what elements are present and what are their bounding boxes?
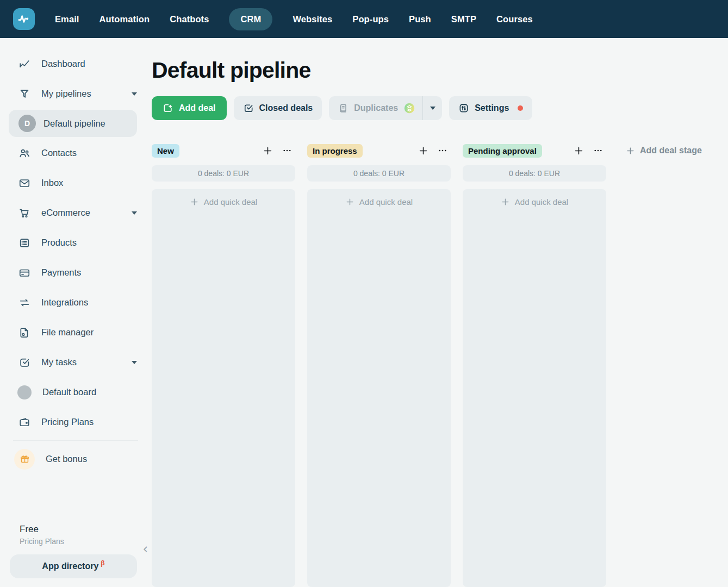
sidebar-item-label: Pricing Plans	[41, 417, 94, 427]
plus-icon	[190, 197, 199, 207]
chevron-down-icon[interactable]	[132, 211, 137, 215]
nav-item-courses[interactable]: Courses	[496, 8, 533, 30]
add-deal-to-stage-button[interactable]	[417, 145, 430, 157]
sidebar-item-pricing-plans[interactable]: Pricing Plans	[0, 407, 151, 437]
stage-stats: 0 deals: 0 EUR	[307, 165, 451, 182]
stage-header: Pending approval	[463, 143, 606, 158]
add-deal-to-stage-button[interactable]	[573, 145, 585, 157]
pipeline-board: New 0 deals: 0 EUR Add quick deal	[152, 143, 715, 587]
add-quick-deal-label: Add quick deal	[515, 197, 568, 207]
nav-item-popups[interactable]: Pop-ups	[352, 8, 389, 30]
pulse-icon	[17, 12, 31, 26]
sidebar-item-label: Inbox	[41, 178, 63, 188]
nav-item-automation[interactable]: Automation	[99, 8, 150, 30]
stage-column-new: New 0 deals: 0 EUR Add quick deal	[152, 143, 295, 587]
add-deal-label: Add deal	[179, 103, 216, 113]
add-quick-deal-button[interactable]: Add quick deal	[307, 189, 451, 214]
nav-item-crm[interactable]: CRM	[229, 8, 272, 30]
add-deal-button[interactable]: Add deal	[152, 96, 227, 120]
nav-item-email[interactable]: Email	[55, 8, 79, 30]
stage-stats: 0 deals: 0 EUR	[463, 165, 606, 182]
sidebar-item-payments[interactable]: Payments	[0, 258, 151, 288]
nav-item-websites[interactable]: Websites	[293, 8, 332, 30]
wallet-icon	[18, 416, 30, 428]
toolbar: Add deal Closed deals Duplicates	[152, 96, 715, 120]
sidebar-item-my-tasks[interactable]: My tasks	[0, 347, 151, 377]
duplicates-dropdown-toggle[interactable]	[422, 96, 442, 120]
chevron-down-icon[interactable]	[132, 92, 137, 96]
sidebar-item-label: Products	[41, 238, 77, 248]
stage-header: In progress	[307, 143, 451, 158]
add-deal-stage-button[interactable]: Add deal stage	[623, 143, 705, 158]
add-quick-deal-label: Add quick deal	[204, 197, 257, 207]
sidebar-item-integrations[interactable]: Integrations	[0, 288, 151, 317]
settings-sliders-icon	[458, 103, 469, 114]
shopping-cart-icon	[18, 207, 30, 219]
sidebar-item-contacts[interactable]: Contacts	[0, 138, 151, 168]
sidebar-item-label: My pipelines	[41, 89, 91, 99]
dashboard-chart-icon	[18, 58, 30, 70]
sidebar-item-my-pipelines[interactable]: My pipelines	[0, 79, 151, 109]
sidebar-item-ecommerce[interactable]: eCommerce	[0, 198, 151, 228]
settings-button[interactable]: Settings	[449, 96, 532, 120]
stage-name-badge: New	[152, 144, 179, 158]
add-quick-deal-button[interactable]: Add quick deal	[152, 189, 295, 214]
sidebar-item-label: Default board	[42, 387, 96, 397]
nav-item-smtp[interactable]: SMTP	[451, 8, 476, 30]
duplicates-copy-icon	[338, 103, 349, 114]
closed-deals-button[interactable]: Closed deals	[234, 96, 322, 120]
nav-item-push[interactable]: Push	[409, 8, 431, 30]
sidebar-collapse-chevron-icon[interactable]: ‹	[142, 542, 148, 555]
stage-menu-button[interactable]	[281, 145, 293, 157]
sidebar-item-label: eCommerce	[41, 208, 90, 218]
sidebar-item-dashboard[interactable]: Dashboard	[0, 49, 151, 79]
sidebar-item-get-bonus[interactable]: Get bonus	[0, 444, 151, 474]
pricing-plans-link[interactable]: Pricing Plans	[10, 537, 137, 546]
notification-dot	[518, 105, 523, 111]
add-deal-icon	[163, 103, 173, 114]
sidebar-item-label: My tasks	[41, 357, 77, 367]
settings-label: Settings	[475, 103, 509, 113]
sidebar-item-label: Integrations	[41, 297, 88, 308]
sidebar-item-file-manager[interactable]: File manager	[0, 317, 151, 347]
plus-icon	[345, 197, 354, 207]
nav-item-chatbots[interactable]: Chatbots	[170, 8, 209, 30]
envelope-icon	[18, 177, 30, 189]
add-quick-deal-button[interactable]: Add quick deal	[463, 189, 606, 214]
duplicates-button-group: Duplicates	[329, 96, 442, 120]
beta-badge: β	[101, 559, 104, 567]
app-directory-button[interactable]: App directory β	[10, 554, 137, 578]
duplicates-button[interactable]: Duplicates	[329, 96, 422, 120]
sidebar-item-label: File manager	[41, 327, 94, 338]
sidebar-item-default-pipeline[interactable]: D Default pipeline	[9, 110, 137, 137]
stage-column-in-progress: In progress 0 deals: 0 EUR Add qui	[307, 143, 451, 587]
check-square-icon	[18, 357, 30, 369]
check-square-icon	[243, 103, 254, 114]
stage-deal-list: Add quick deal	[463, 189, 606, 587]
sidebar-item-inbox[interactable]: Inbox	[0, 168, 151, 198]
plan-name: Free	[10, 524, 137, 535]
contacts-icon	[18, 147, 30, 159]
sidebar-item-label: Dashboard	[41, 59, 85, 69]
duplicates-label: Duplicates	[354, 103, 398, 113]
sidebar-item-products[interactable]: Products	[0, 228, 151, 258]
app-directory-label: App directory	[42, 561, 98, 571]
products-list-icon	[18, 237, 30, 249]
sidebar-item-label: Get bonus	[46, 454, 87, 464]
stage-menu-button[interactable]	[437, 145, 449, 157]
pipeline-avatar: D	[18, 115, 36, 132]
sidebar-item-default-board[interactable]: Default board	[0, 377, 151, 407]
ai-gradient-badge-icon	[403, 102, 415, 114]
chevron-down-icon[interactable]	[132, 361, 137, 364]
closed-deals-label: Closed deals	[259, 103, 313, 113]
credit-card-icon	[18, 267, 30, 279]
stage-name-badge: Pending approval	[463, 144, 542, 158]
brand-logo[interactable]	[13, 8, 35, 30]
file-icon	[18, 327, 30, 339]
stage-menu-button[interactable]	[592, 145, 604, 157]
gift-icon	[14, 449, 35, 470]
add-deal-to-stage-button[interactable]	[262, 145, 274, 157]
add-quick-deal-label: Add quick deal	[359, 197, 413, 207]
sidebar: Dashboard My pipelines D Default pipelin…	[0, 38, 151, 587]
funnel-icon	[18, 88, 30, 100]
